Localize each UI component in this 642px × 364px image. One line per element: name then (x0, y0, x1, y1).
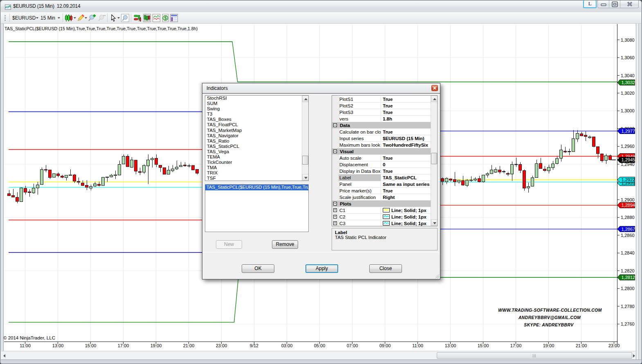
svg-text:19:00: 19:00 (543, 343, 554, 348)
svg-text:1,2820: 1,2820 (621, 268, 635, 273)
svg-text:1,3060: 1,3060 (621, 55, 635, 60)
svg-text:15:00: 15:00 (85, 343, 97, 348)
svg-text:13:00: 13:00 (52, 343, 64, 348)
svg-text:1,2900: 1,2900 (621, 197, 635, 202)
svg-text:13:00: 13:00 (445, 343, 456, 348)
svg-text:19:00: 19:00 (150, 343, 162, 348)
svg-text:1,2800: 1,2800 (621, 286, 635, 291)
svg-text:1,2860: 1,2860 (621, 233, 635, 238)
svg-text:1,3040: 1,3040 (621, 73, 635, 78)
svg-text:1,3000: 1,3000 (621, 108, 635, 113)
svg-text:1,2922: 1,2922 (622, 177, 635, 182)
svg-text:1,2960: 1,2960 (621, 144, 635, 149)
svg-text:SKYPE: ANDREYBBRV: SKYPE: ANDREYBBRV (524, 323, 574, 327)
svg-text:1,2780: 1,2780 (621, 304, 635, 309)
svg-text:03:00: 03:00 (281, 343, 293, 348)
svg-text:1,2977: 1,2977 (622, 129, 635, 134)
svg-text:1,2840: 1,2840 (621, 250, 635, 255)
svg-text:23:00: 23:00 (608, 343, 620, 348)
svg-text:1,3032: 1,3032 (622, 80, 635, 85)
svg-text:9/12: 9/12 (250, 343, 258, 348)
svg-text:1,2867: 1,2867 (622, 227, 635, 232)
svg-text:21:00: 21:00 (576, 343, 587, 348)
svg-text:07:00: 07:00 (347, 343, 358, 348)
svg-text:17:00: 17:00 (510, 343, 522, 348)
svg-text:23:00: 23:00 (216, 343, 227, 348)
svg-text:1,2760: 1,2760 (621, 322, 635, 326)
svg-text:15:00: 15:00 (478, 343, 489, 348)
svg-text:1,3020: 1,3020 (621, 91, 635, 96)
svg-text:11:00: 11:00 (412, 343, 423, 348)
svg-text:© 2014 NinjaTrader, LLC: © 2014 NinjaTrader, LLC (3, 335, 55, 340)
svg-text:1,2812: 1,2812 (622, 275, 635, 280)
svg-text:11:00: 11:00 (20, 343, 31, 348)
svg-text:1,2945: 1,2945 (622, 157, 635, 162)
svg-text:05:00: 05:00 (314, 343, 325, 348)
svg-text:17:00: 17:00 (118, 343, 129, 348)
svg-text:WWW.TRADING-SOFTWARE-COLLECTIO: WWW.TRADING-SOFTWARE-COLLECTION.COM (498, 308, 602, 313)
svg-text:09:00: 09:00 (379, 343, 391, 348)
svg-text:1,2880: 1,2880 (621, 215, 635, 220)
svg-text:TAS_StaticPCL($EURUSD (15 Min): TAS_StaticPCL($EURUSD (15 Min),True,True… (4, 26, 198, 31)
svg-text:1,3080: 1,3080 (621, 38, 635, 42)
svg-text:ANDREYBBRV@GMAIL.COM: ANDREYBBRV@GMAIL.COM (518, 315, 581, 320)
svg-text:21:00: 21:00 (183, 343, 195, 348)
svg-text:1,2894: 1,2894 (622, 203, 635, 208)
